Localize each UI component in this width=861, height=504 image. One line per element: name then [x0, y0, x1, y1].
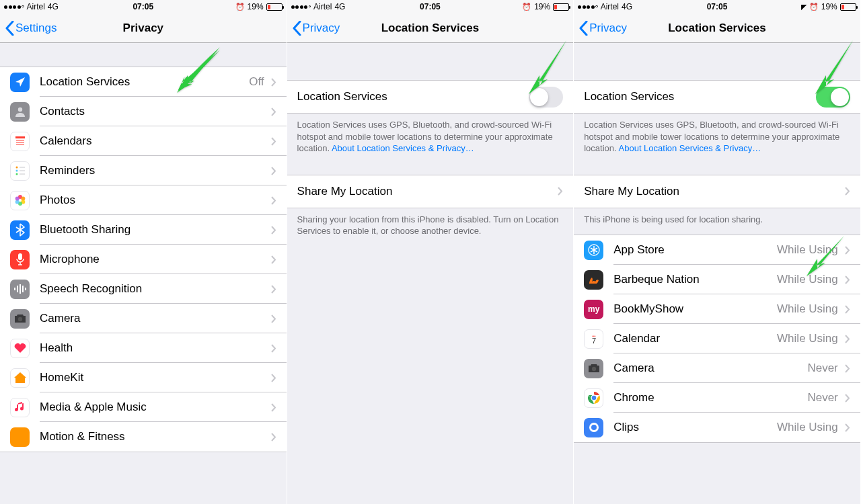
- svg-point-27: [591, 367, 595, 371]
- row-label: Share My Location: [297, 185, 393, 198]
- row-label: Media & Apple Music: [40, 401, 147, 414]
- chevron-right-icon: [268, 108, 287, 116]
- bookmyshow-icon: my: [584, 300, 603, 319]
- row-label: Location Services: [584, 90, 674, 103]
- row-reminders[interactable]: Reminders: [0, 156, 287, 185]
- camera-icon: [10, 309, 30, 329]
- row-location-toggle: Location Services: [287, 81, 574, 113]
- battery-icon: [553, 3, 569, 11]
- row-detail: Never: [807, 391, 841, 405]
- nav-title: Privacy: [0, 22, 287, 35]
- health-icon: [10, 339, 30, 358]
- loc-toggle-group: Location Services: [287, 80, 574, 114]
- battery-icon: [840, 3, 856, 11]
- row-speech[interactable]: Speech Recognition: [0, 274, 287, 304]
- row-share-location[interactable]: Share My Location: [574, 175, 860, 208]
- row-label: Location Services: [40, 75, 130, 89]
- bluetooth-icon: [10, 220, 30, 240]
- chrome-icon: [584, 388, 603, 408]
- chevron-right-icon: [268, 196, 287, 205]
- row-label: Speech Recognition: [40, 282, 142, 296]
- row-label: Location Services: [297, 90, 387, 103]
- screen-privacy: Airtel 4G 07:05 ⏰ 19% Settings Privacy L…: [0, 0, 287, 504]
- svg-rect-21: [22, 286, 24, 292]
- svg-rect-18: [14, 288, 15, 290]
- row-media-music[interactable]: Media & Apple Music: [0, 392, 287, 422]
- row-detail: While Using: [777, 421, 842, 434]
- row-label: Camera: [40, 312, 80, 325]
- chevron-right-icon: [268, 403, 287, 412]
- clock-label: 07:05: [0, 2, 287, 11]
- chevron-right-icon: [268, 433, 287, 442]
- row-calendars[interactable]: Calendars: [0, 126, 287, 156]
- svg-point-32: [591, 425, 597, 430]
- screen-location-off: Airtel 4G 07:05 ⏰ 19% Privacy Location S…: [287, 0, 574, 504]
- clock-label: 07:05: [574, 2, 860, 11]
- speech-icon: [10, 280, 30, 299]
- app-permission-list: App Store While Using Barbeque Nation Wh…: [574, 235, 860, 443]
- row-motion-fitness[interactable]: Motion & Fitness: [0, 422, 287, 452]
- svg-rect-20: [20, 284, 21, 294]
- row-bluetooth[interactable]: Bluetooth Sharing: [0, 215, 287, 245]
- row-label: Share My Location: [584, 185, 679, 198]
- row-health[interactable]: Health: [0, 333, 287, 363]
- row-detail: Never: [807, 362, 841, 375]
- svg-point-5: [15, 167, 17, 169]
- camera-icon: [584, 359, 603, 378]
- calendars-icon: [10, 132, 30, 151]
- chevron-right-icon: [842, 276, 860, 284]
- privacy-list: Location Services Off Contacts Calendars…: [0, 67, 287, 452]
- status-bar: Airtel 4G 07:05 ◤ ⏰ 19%: [574, 0, 860, 13]
- calendar-icon: •••7: [584, 329, 603, 349]
- nav-bar: Privacy Location Services: [574, 13, 860, 43]
- svg-text:7: 7: [592, 337, 596, 345]
- row-app-camera[interactable]: Camera Never: [574, 353, 860, 383]
- about-privacy-link[interactable]: About Location Services & Privacy…: [332, 143, 474, 153]
- chevron-right-icon: [268, 167, 287, 175]
- row-label: Barbeque Nation: [613, 273, 700, 286]
- row-label: Calendar: [613, 332, 660, 345]
- row-label: Calendars: [40, 134, 92, 148]
- row-location-services[interactable]: Location Services Off: [0, 67, 287, 97]
- svg-rect-19: [17, 286, 18, 292]
- share-footer-text: This iPhone is being used for location s…: [574, 208, 860, 235]
- share-location-group: Share My Location: [574, 175, 860, 208]
- row-camera[interactable]: Camera: [0, 304, 287, 333]
- row-contacts[interactable]: Contacts: [0, 97, 287, 126]
- chevron-right-icon: [842, 335, 860, 343]
- chevron-right-icon: [842, 305, 860, 314]
- about-privacy-link[interactable]: About Location Services & Privacy…: [619, 143, 761, 153]
- chevron-right-icon: [268, 285, 287, 294]
- row-photos[interactable]: Photos: [0, 185, 287, 215]
- svg-rect-22: [25, 288, 26, 290]
- row-label: Photos: [40, 194, 75, 207]
- screen-location-on: Airtel 4G 07:05 ◤ ⏰ 19% Privacy Location…: [574, 0, 861, 504]
- row-app-calendar[interactable]: •••7 Calendar While Using: [574, 324, 860, 353]
- chevron-right-icon: [268, 314, 287, 323]
- chevron-right-icon: [268, 137, 287, 146]
- motion-icon: [10, 427, 30, 447]
- contacts-icon: [10, 102, 30, 122]
- row-microphone[interactable]: Microphone: [0, 245, 287, 274]
- appstore-icon: [584, 241, 603, 260]
- row-homekit[interactable]: HomeKit: [0, 363, 287, 392]
- location-toggle[interactable]: [529, 87, 563, 108]
- row-detail: While Using: [777, 243, 842, 257]
- row-app-chrome[interactable]: Chrome Never: [574, 383, 860, 413]
- row-label: Clips: [613, 421, 639, 434]
- share-footer-text: Sharing your location from this iPhone i…: [287, 208, 574, 244]
- row-app-clips[interactable]: Clips While Using: [574, 413, 860, 442]
- reminders-icon: [10, 161, 30, 181]
- row-app-bookmyshow[interactable]: my BookMyShow While Using: [574, 294, 860, 324]
- nav-title: Location Services: [574, 22, 860, 35]
- location-toggle[interactable]: [816, 87, 850, 108]
- chevron-right-icon: [268, 255, 287, 264]
- row-detail: While Using: [777, 302, 842, 316]
- row-app-appstore[interactable]: App Store While Using: [574, 235, 860, 265]
- nav-bar: Privacy Location Services: [287, 13, 574, 43]
- bbq-icon: [584, 270, 603, 290]
- row-app-bbq[interactable]: Barbeque Nation While Using: [574, 265, 860, 294]
- chevron-right-icon: [842, 187, 860, 196]
- row-share-location[interactable]: Share My Location: [287, 175, 574, 208]
- microphone-icon: [10, 250, 30, 269]
